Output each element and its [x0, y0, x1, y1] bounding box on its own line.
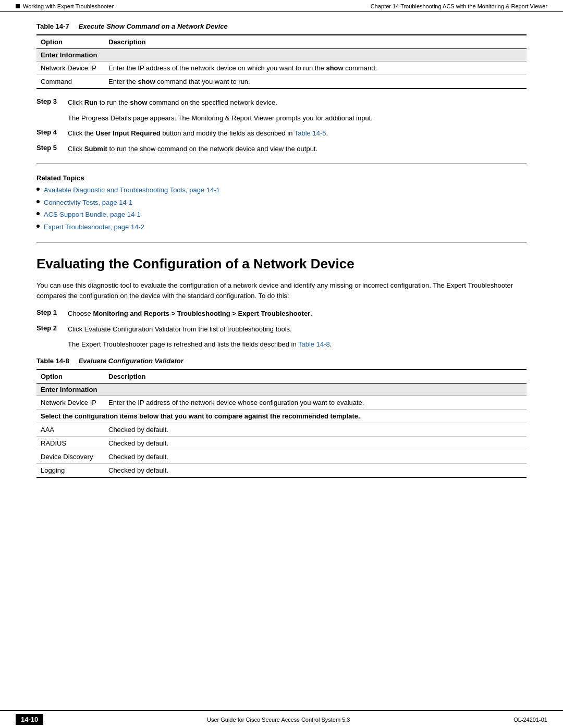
step3-sub: The Progress Details page appears. The M… [68, 113, 527, 124]
related-topics-heading: Related Topics [36, 174, 527, 182]
list-item: Available Diagnostic and Troubleshooting… [36, 185, 527, 195]
s2-step2-sub: The Expert Troubleshooter page is refres… [68, 339, 527, 350]
table8-aaa-option: AAA [36, 423, 104, 436]
step3-block: Step 3 Click Run to run the show command… [36, 97, 527, 108]
table8: Option Description Enter Information Net… [36, 369, 527, 478]
s2-step1-block: Step 1 Choose Monitoring and Reports > T… [36, 309, 527, 319]
related-link-2[interactable]: Connectivity Tests, page 14-1 [44, 198, 132, 208]
step4-content: Click the User Input Required button and… [68, 128, 527, 139]
header-chapter-info: Chapter 14 Troubleshooting ACS with the … [371, 3, 547, 9]
bullet-icon [36, 225, 40, 228]
step4-label: Step 4 [36, 128, 62, 136]
s2-step2-block: Step 2 Click Evaluate Configuration Vali… [36, 324, 527, 335]
table14-8-link[interactable]: Table 14-8 [298, 340, 330, 348]
list-item: Connectivity Tests, page 14-1 [36, 198, 527, 208]
page-footer: 14-10 User Guide for Cisco Secure Access… [0, 710, 563, 728]
section2-intro: You can use this diagnostic tool to eval… [36, 280, 527, 301]
table8-select-note-row: Select the configuration items below tha… [36, 409, 527, 423]
header-left: Working with Expert Troubleshooter [16, 3, 114, 9]
footer-center-text: User Guide for Cisco Secure Access Contr… [207, 717, 350, 723]
related-link-1[interactable]: Available Diagnostic and Troubleshooting… [44, 185, 220, 195]
s2-step2-content: Click Evaluate Configuration Validator f… [68, 324, 527, 335]
section2-title: Evaluating the Configuration of a Networ… [36, 255, 527, 273]
table8-col2-header: Description [104, 369, 527, 384]
divider2 [36, 242, 527, 243]
table8-logging-option: Logging [36, 463, 104, 477]
main-content: Table 14-7 Execute Show Command on a Net… [0, 12, 563, 528]
table7-row1-option: Network Device IP [36, 61, 104, 75]
table7-col1-header: Option [36, 35, 104, 49]
bullet-icon [36, 212, 40, 215]
footer-right-text: OL-24201-01 [513, 717, 547, 723]
table7: Option Description Enter Information Net… [36, 34, 527, 89]
table7-col2-header: Description [104, 35, 527, 49]
divider1 [36, 163, 527, 164]
s2-step2-label: Step 2 [36, 324, 62, 332]
table8-devdisc-option: Device Discovery [36, 450, 104, 463]
related-link-3[interactable]: ACS Support Bundle, page 14-1 [44, 209, 141, 220]
table8-network-desc: Enter the IP address of the network devi… [104, 396, 527, 409]
step5-block: Step 5 Click Submit to run the show comm… [36, 144, 527, 154]
table8-network-option: Network Device IP [36, 396, 104, 409]
page-number: 14-10 [16, 714, 43, 725]
table-row: Logging Checked by default. [36, 463, 527, 477]
table-row: Device Discovery Checked by default. [36, 450, 527, 463]
table8-devdisc-desc: Checked by default. [104, 450, 527, 463]
table8-select-note: Select the configuration items below tha… [36, 409, 527, 423]
bullet-icon [36, 188, 40, 191]
header-bullet-icon [16, 4, 20, 8]
table8-radius-option: RADIUS [36, 436, 104, 450]
table8-logging-desc: Checked by default. [104, 463, 527, 477]
table-row: AAA Checked by default. [36, 423, 527, 436]
table-row: RADIUS Checked by default. [36, 436, 527, 450]
related-link-4[interactable]: Expert Troubleshooter, page 14-2 [44, 222, 144, 232]
list-item: ACS Support Bundle, page 14-1 [36, 209, 527, 220]
page-header: Working with Expert Troubleshooter Chapt… [0, 0, 563, 12]
table7-section-header: Enter Information [36, 49, 527, 61]
table8-col1-header: Option [36, 369, 104, 384]
table7-row1-desc: Enter the IP address of the network devi… [104, 61, 527, 75]
step4-block: Step 4 Click the User Input Required but… [36, 128, 527, 139]
table-row: Network Device IP Enter the IP address o… [36, 61, 527, 75]
table8-radius-desc: Checked by default. [104, 436, 527, 450]
table7-caption: Table 14-7 Execute Show Command on a Net… [36, 22, 527, 30]
list-item: Expert Troubleshooter, page 14-2 [36, 222, 527, 232]
related-topics-list: Available Diagnostic and Troubleshooting… [36, 185, 527, 232]
table14-5-link[interactable]: Table 14-5 [295, 129, 326, 137]
header-left-text: Working with Expert Troubleshooter [23, 3, 114, 9]
table-row: Network Device IP Enter the IP address o… [36, 396, 527, 409]
table-row: Command Enter the show command that you … [36, 75, 527, 89]
step3-label: Step 3 [36, 97, 62, 105]
table8-aaa-desc: Checked by default. [104, 423, 527, 436]
s2-step1-label: Step 1 [36, 309, 62, 316]
table7-row2-desc: Enter the show command that you want to … [104, 75, 527, 89]
bullet-icon [36, 200, 40, 203]
table8-section-header: Enter Information [36, 383, 527, 396]
s2-step1-content: Choose Monitoring and Reports > Troubles… [68, 309, 527, 319]
step5-content: Click Submit to run the show command on … [68, 144, 527, 154]
step3-content: Click Run to run the show command on the… [68, 97, 527, 108]
table8-caption: Table 14-8 Evaluate Configuration Valida… [36, 357, 527, 365]
step5-label: Step 5 [36, 144, 62, 152]
table7-row2-option: Command [36, 75, 104, 89]
